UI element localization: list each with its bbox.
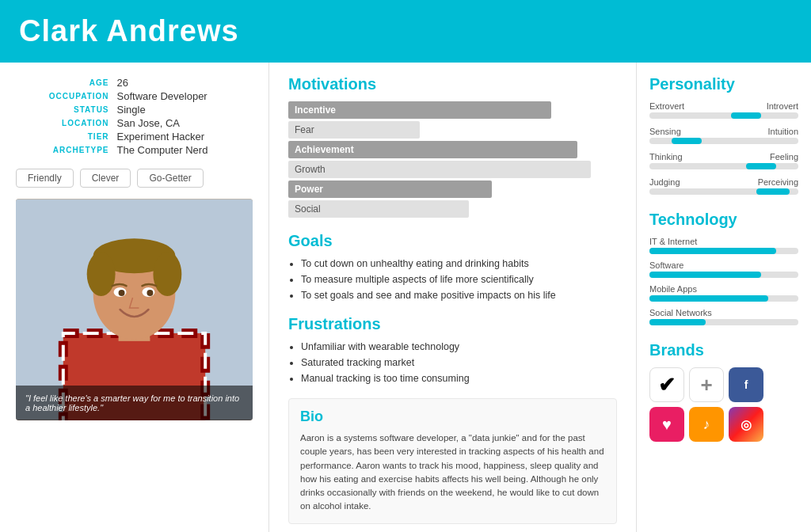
info-row: TIERExperiment Hacker <box>17 131 251 142</box>
motivations-title: Motivations <box>288 75 617 93</box>
frustrations-section: Frustrations Unfamiliar with wearable te… <box>288 315 617 384</box>
slider-left-label: Extrovert <box>649 101 684 111</box>
slider-right-label: Feeling <box>770 152 798 162</box>
tech-label: Mobile Apps <box>649 284 798 294</box>
info-label: TIER <box>17 131 116 142</box>
brands-title: Brands <box>649 341 798 359</box>
motivation-bar-row: Power <box>288 180 617 198</box>
tech-bar-track <box>649 272 798 278</box>
personality-slider-row: Thinking Feeling <box>649 152 798 169</box>
brand-icon-camera: ◎ <box>729 407 763 442</box>
bio-title: Bio <box>300 408 605 425</box>
personality-title: Personality <box>649 75 798 93</box>
info-label: AGE <box>17 77 116 89</box>
info-label: ARCHETYPE <box>17 144 116 156</box>
personality-slider-row: Extrovert Introvert <box>649 101 798 119</box>
slider-labels: Extrovert Introvert <box>649 101 798 111</box>
slider-fill <box>672 138 702 144</box>
tech-bar-fill <box>649 295 768 302</box>
personality-slider-row: Judging Perceiving <box>649 177 798 195</box>
motivation-bar-row: Fear <box>288 121 617 139</box>
tech-label: Social Networks <box>649 308 798 317</box>
page-header: Clark Andrews <box>0 0 811 63</box>
info-row: STATUSSingle <box>17 104 251 116</box>
bio-text: Aaron is a systems software developer, a… <box>300 431 605 514</box>
tech-bar-row: Software <box>649 260 798 278</box>
motivation-bar-row: Achievement <box>288 141 617 158</box>
brand-icon-heart: ♥ <box>649 407 684 442</box>
motivation-bar: Growth <box>288 161 591 178</box>
frustrations-title: Frustrations <box>288 315 617 333</box>
svg-point-11 <box>119 290 125 296</box>
info-table: AGE26OCCUPATIONSoftware DeveloperSTATUSS… <box>16 75 253 158</box>
tag-item: Go-Getter <box>137 169 203 188</box>
goals-list: To cut down on unhealthy eating and drin… <box>288 258 617 301</box>
info-row: LOCATIONSan Jose, CA <box>17 117 251 129</box>
slider-fill <box>746 163 776 169</box>
info-label: LOCATION <box>17 117 116 129</box>
motivation-bar-row: Growth <box>288 161 617 178</box>
avatar-container: "I feel like there's a smarter way for m… <box>16 199 253 420</box>
slider-labels: Judging Perceiving <box>649 177 798 187</box>
info-value: Single <box>117 104 251 116</box>
personality-section: Personality Extrovert Introvert Sensing … <box>649 75 798 195</box>
brand-icon-plus: + <box>689 367 724 402</box>
middle-column: Motivations IncentiveFearAchievementGrow… <box>269 63 637 532</box>
goal-item: To set goals and see and make positive i… <box>301 290 617 301</box>
motivation-bar-row: Incentive <box>288 101 617 119</box>
info-value: The Computer Nerd <box>117 144 251 156</box>
slider-track <box>649 163 798 169</box>
tech-bar-fill <box>649 248 776 254</box>
right-column: Personality Extrovert Introvert Sensing … <box>637 63 811 532</box>
motivation-bar-row: Social <box>288 200 617 218</box>
motivation-bar: Social <box>288 200 469 218</box>
goals-section: Goals To cut down on unhealthy eating an… <box>288 232 617 301</box>
info-value: Experiment Hacker <box>117 131 251 142</box>
slider-left-label: Sensing <box>649 127 681 136</box>
info-row: ARCHETYPEThe Computer Nerd <box>17 144 251 156</box>
personality-slider-row: Sensing Intuition <box>649 127 798 144</box>
slider-left-label: Thinking <box>649 152 683 162</box>
bio-section: Bio Aaron is a systems software develope… <box>288 398 617 524</box>
profile-name: Clark Andrews <box>19 14 792 48</box>
brand-icon-nike: ✔ <box>649 367 684 402</box>
tags-container: FriendlyCleverGo-Getter <box>16 169 253 188</box>
tech-bars: IT & Internet Software Mobile Apps Socia… <box>649 237 798 325</box>
tech-bar-track <box>649 319 798 325</box>
technology-title: Technology <box>649 211 798 229</box>
info-label: STATUS <box>17 104 116 116</box>
slider-fill <box>756 188 789 195</box>
frustration-item: Saturated tracking market <box>301 357 617 368</box>
info-value: Software Developer <box>117 90 251 102</box>
svg-point-8 <box>153 252 181 296</box>
motivation-bar: Incentive <box>288 101 551 119</box>
slider-right-label: Perceiving <box>758 177 798 187</box>
svg-point-7 <box>87 252 116 296</box>
info-value: 26 <box>117 77 251 89</box>
slider-track <box>649 188 798 195</box>
motivation-bar: Achievement <box>288 141 577 158</box>
slider-right-label: Intuition <box>767 127 798 136</box>
goals-title: Goals <box>288 232 617 250</box>
slider-fill <box>731 112 761 119</box>
tech-bar-row: Mobile Apps <box>649 284 798 302</box>
svg-point-12 <box>147 290 153 296</box>
tech-bar-track <box>649 248 798 254</box>
personality-sliders: Extrovert Introvert Sensing Intuition Th… <box>649 101 798 195</box>
goal-item: To measure multiple aspects of life more… <box>301 274 617 285</box>
info-row: OCCUPATIONSoftware Developer <box>17 90 251 102</box>
left-column: AGE26OCCUPATIONSoftware DeveloperSTATUSS… <box>0 63 269 532</box>
slider-track <box>649 112 798 119</box>
tech-bar-track <box>649 295 798 302</box>
motivation-bar: Fear <box>288 121 420 139</box>
tech-bar-row: IT & Internet <box>649 237 798 254</box>
frustration-item: Unfamiliar with wearable technology <box>301 341 617 352</box>
technology-section: Technology IT & Internet Software Mobile… <box>649 211 798 325</box>
slider-left-label: Judging <box>649 177 680 187</box>
tech-label: Software <box>649 260 798 270</box>
tag-item: Friendly <box>16 169 74 188</box>
motivation-bar: Power <box>288 180 492 198</box>
frustration-item: Manual tracking is too time consuming <box>301 373 617 384</box>
brands-icons: ✔+f♥♪◎ <box>649 367 798 442</box>
motivations-bars: IncentiveFearAchievementGrowthPowerSocia… <box>288 101 617 218</box>
